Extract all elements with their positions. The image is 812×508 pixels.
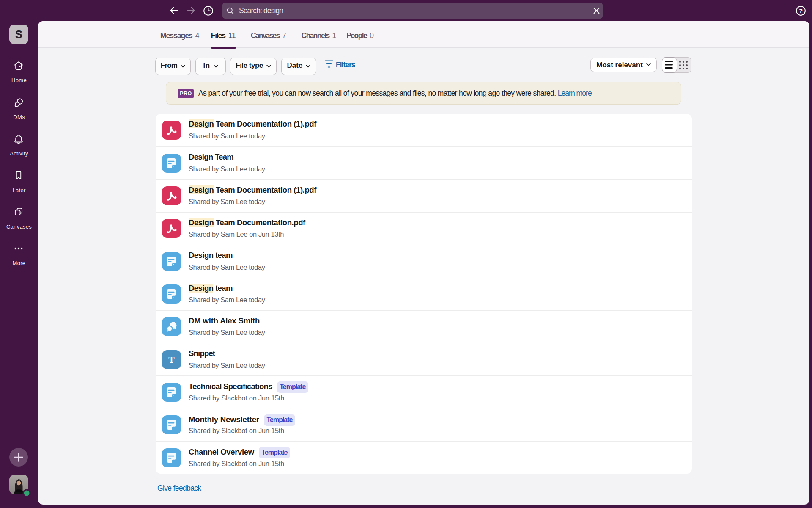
svg-text:?: ? (799, 7, 803, 14)
svg-text:T: T (168, 354, 175, 364)
